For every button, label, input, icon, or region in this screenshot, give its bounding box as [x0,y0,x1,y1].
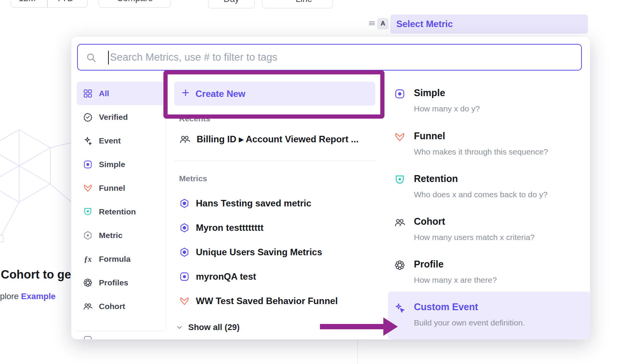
saved-metric-item[interactable]: Unique Users Saving Metrics [179,240,322,264]
type-simple[interactable]: Simple How many x do y? [388,87,590,129]
type-description: Who does x and comes back to do y? [414,190,548,199]
range-12m-button[interactable]: 12M [11,0,43,7]
category-label: Event [99,136,121,145]
funnel-metric-icon [83,183,93,193]
category-all[interactable]: All [77,82,165,105]
category-label: Metric [99,231,123,240]
verified-badge-icon [83,112,93,122]
type-title: Funnel [414,130,445,142]
category-metric[interactable]: Metric [77,224,165,247]
type-title: Profile [414,259,444,270]
annotation-arrow-head [383,317,398,336]
funnel-metric-icon [394,131,405,143]
category-formula[interactable]: ƒx Formula [77,247,165,271]
formula-fx-icon: ƒx [83,254,93,264]
funnel-metric-icon [179,296,190,306]
day-label: Day [224,0,239,4]
type-profile[interactable]: Profile How many x are there? [388,258,590,301]
range-12m-label: 12M [19,0,36,3]
type-retention[interactable]: Retention Who does x and comes back to d… [388,172,590,215]
saved-metric-label: myronQA test [196,271,256,282]
example-reports-link[interactable]: Example [21,292,56,301]
hexagon-metric-icon [179,198,190,209]
recent-item[interactable]: Billing ID ▸ Account Viewed Report ... [179,129,359,150]
category-label: Retention [99,207,136,216]
category-cohort[interactable]: Cohort [77,295,165,318]
custom-event-spark-icon [394,302,405,314]
range-ytd-label: YTD [56,0,74,3]
app-canvas: 12M YTD Compare Day Line A Select Metric [0,0,617,364]
grid-icon [83,89,93,98]
line-label: Line [296,0,312,4]
type-custom-event[interactable]: Custom Event Build your own event defini… [388,301,590,340]
line-chart-icon [283,0,292,5]
cohort-people-icon [83,301,93,311]
metric-search-box[interactable] [77,44,582,71]
category-profiles[interactable]: Profiles [77,271,165,295]
type-title: Cohort [414,216,445,227]
category-retention[interactable]: Retention [77,200,165,224]
metric-row-letter: A [381,20,385,27]
compare-button[interactable]: Compare [99,0,171,8]
section-divider [174,161,375,161]
chart-type-line-button[interactable]: Line [262,0,333,8]
type-title: Simple [414,87,445,98]
category-partial-icon [83,335,93,340]
profiles-flower-icon [394,259,405,271]
category-event[interactable]: Event [77,129,165,153]
explore-text: plore [0,292,21,301]
type-description: Who makes it through this sequence? [414,147,548,156]
category-label: Verified [99,113,128,122]
select-metric-label: Select Metric [396,19,453,29]
category-simple[interactable]: Simple [77,153,165,176]
date-range-segmented-control[interactable]: 12M YTD [11,0,88,8]
retention-metric-icon [83,207,93,217]
range-ytd-button[interactable]: YTD [52,0,88,7]
drag-handle-icon[interactable] [368,20,376,28]
category-label: All [99,89,109,98]
category-verified[interactable]: Verified [77,105,165,129]
hexagon-metric-icon [179,247,190,258]
category-label: Cohort [99,302,125,311]
type-cohort[interactable]: Cohort How many users match x criteria? [388,215,590,258]
simple-metric-icon [394,88,405,100]
granularity-day-button[interactable]: Day [208,0,255,8]
hexagon-metric-icon [179,222,190,233]
type-description: How many users match x criteria? [414,233,535,242]
saved-metric-label: Hans Testing saved metric [196,198,311,209]
recent-item-label: Billing ID ▸ Account Viewed Report ... [197,134,359,145]
compare-label: Compare [117,0,153,3]
metric-hexagon-icon [83,230,93,240]
annotation-arrow [320,324,384,329]
category-label: Funnel [99,184,125,193]
simple-metric-icon [179,271,190,282]
category-funnel[interactable]: Funnel [77,176,165,200]
profiles-flower-icon [83,278,93,288]
metric-row-badge: A [377,18,389,29]
show-all-label: Show all (29) [188,322,239,332]
simple-metric-icon [83,159,93,169]
saved-metric-label: Unique Users Saving Metrics [196,247,322,258]
cohort-people-icon [394,217,405,228]
empty-state-headline: Cohort to ge [1,268,71,282]
type-description: How many x do y? [414,104,480,113]
type-funnel[interactable]: Funnel Who makes it through this sequenc… [388,130,590,172]
saved-metric-item[interactable]: myronQA test [179,264,256,289]
show-all-button[interactable]: Show all (29) [175,321,239,334]
type-description: How many x are there? [414,275,497,285]
category-list-divider [77,331,165,331]
select-metric-field[interactable]: Select Metric [390,14,588,34]
type-title: Retention [414,173,458,184]
cohort-people-icon [179,134,191,145]
saved-metric-label: WW Test Saved Behavior Funnel [196,296,338,306]
saved-metric-item[interactable]: Hans Testing saved metric [179,191,311,216]
chevron-down-icon [175,323,184,332]
saved-metric-item[interactable]: WW Test Saved Behavior Funnel [179,289,338,313]
retention-metric-icon [394,174,405,185]
category-label: Profiles [99,278,128,287]
segment-divider [47,0,48,7]
event-spark-icon [83,136,93,146]
search-input[interactable] [78,45,581,70]
chevron-down-icon [77,0,83,3]
saved-metric-item[interactable]: Myron testttttttt [179,216,263,240]
